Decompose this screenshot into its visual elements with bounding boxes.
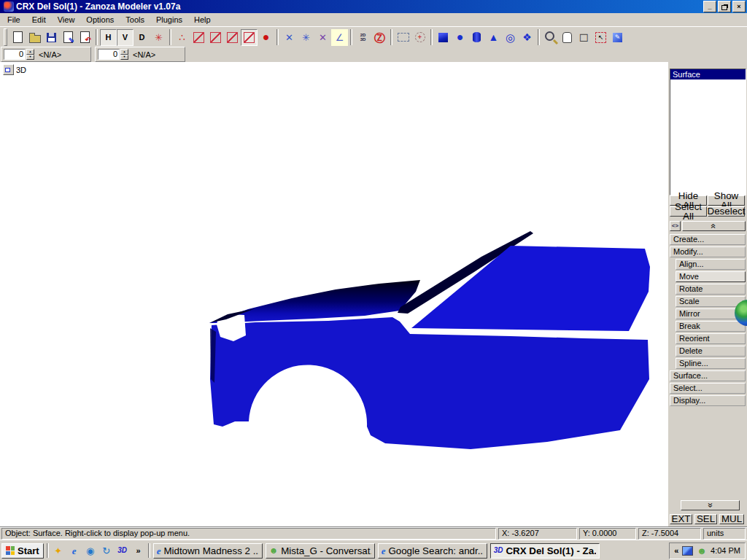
spin-up-button-2[interactable]: ▲ <box>120 49 128 55</box>
task-google-search[interactable]: e Google Search: andr... <box>378 543 487 559</box>
spin-up-button-1[interactable]: ▲ <box>26 49 34 55</box>
selection-label-2[interactable]: <N/A> <box>129 50 182 59</box>
object-select-button[interactable]: ↖ <box>592 29 609 46</box>
rect-select-button[interactable] <box>395 29 411 46</box>
quick-launch-aim-icon[interactable]: ✦ <box>52 544 65 558</box>
close-button[interactable]: × <box>732 1 746 12</box>
export-button[interactable]: ↶ <box>77 29 93 46</box>
menu-help[interactable]: Help <box>188 14 217 26</box>
create-torus-button[interactable]: ◎ <box>502 29 519 46</box>
circle-select-button[interactable]: + <box>411 29 428 46</box>
save-file-button[interactable] <box>43 29 60 46</box>
object-list[interactable]: Surface <box>670 69 746 195</box>
toolbar-grip[interactable] <box>4 28 7 46</box>
spin-down-button-1[interactable]: ▼ <box>26 55 34 61</box>
expand-commands-button[interactable]: « <box>681 500 740 510</box>
quick-launch-globe-icon[interactable]: ◉ <box>84 544 97 558</box>
menu-edit[interactable]: Edit <box>26 14 52 26</box>
tray-chevron-icon[interactable]: « <box>674 546 678 555</box>
menu-plugins[interactable]: Plugins <box>150 14 188 26</box>
object-list-item-surface[interactable]: Surface <box>670 69 746 79</box>
command-modify[interactable]: Modify... <box>670 246 746 257</box>
quick-launch-overflow-chevron[interactable]: » <box>132 544 145 558</box>
car-model[interactable] <box>0 62 667 526</box>
zoom-tool-button[interactable] <box>542 29 559 46</box>
close-icon: × <box>737 4 740 10</box>
command-align[interactable]: Align... <box>676 259 746 270</box>
task-midtown-madness[interactable]: e Midtown Madness 2 ... <box>153 543 263 559</box>
perspective-view-button[interactable]: ◻ <box>576 29 592 46</box>
menu-tools[interactable]: Tools <box>120 14 150 26</box>
command-scale[interactable]: Scale <box>676 296 746 307</box>
quick-launch-zmodeler-icon[interactable]: 3D <box>116 544 129 558</box>
vertex-cross-tool-button[interactable]: ✕ <box>281 29 298 46</box>
horizontal-view-toggle[interactable]: H <box>100 29 117 46</box>
command-spline[interactable]: Spline... <box>676 358 746 369</box>
new-file-button[interactable] <box>9 29 26 46</box>
command-rotate[interactable]: Rotate <box>676 284 746 295</box>
restore-button[interactable] <box>718 1 731 12</box>
menu-options[interactable]: Options <box>80 14 120 26</box>
zmodeler-disable-button[interactable]: Ⓩ <box>371 29 388 46</box>
vertex-star-tool-button[interactable]: ✳ <box>298 29 314 46</box>
command-reorient[interactable]: Reorient <box>676 333 746 344</box>
wireframe-view-1-button[interactable] <box>190 29 207 46</box>
menu-file[interactable]: File <box>1 14 26 26</box>
mul-mode-button[interactable]: MUL <box>719 514 744 524</box>
create-cone-button[interactable]: ▲ <box>485 29 502 46</box>
selection-label-1[interactable]: <N/A> <box>35 50 88 59</box>
quick-launch-refresh-icon[interactable]: ↻ <box>100 544 113 558</box>
wireframe-view-2-button[interactable] <box>207 29 224 46</box>
collapse-commands-button[interactable]: « <box>682 221 746 231</box>
level-value-2[interactable]: 0 <box>98 49 120 60</box>
app-icon[interactable] <box>4 1 14 12</box>
toolbar-separator <box>96 29 98 45</box>
command-delete[interactable]: Delete <box>676 346 746 357</box>
minimize-button[interactable]: _ <box>703 1 716 12</box>
ext-mode-button[interactable]: EXT <box>670 514 692 524</box>
task-crx-del-sol-active[interactable]: 3D CRX Del Sol(1) - Za... <box>490 543 600 559</box>
axis-grid-tool-button[interactable]: ∠ <box>331 29 348 46</box>
mode-2d3d-button[interactable]: 2D 3D <box>355 29 371 46</box>
depth-view-toggle[interactable]: D <box>133 29 150 46</box>
create-sphere-button[interactable]: ● <box>452 29 468 46</box>
wireframe-view-4-button[interactable] <box>241 29 258 46</box>
command-break[interactable]: Break <box>676 321 746 332</box>
command-select[interactable]: Select... <box>670 383 746 394</box>
spin-down-button-2[interactable]: ▼ <box>120 55 128 61</box>
create-cylinder-button[interactable] <box>468 29 485 46</box>
viewport-mode-icon[interactable] <box>3 64 14 75</box>
show-all-button[interactable]: Show All <box>708 195 745 206</box>
command-create[interactable]: Create... <box>670 234 746 245</box>
deselect-button[interactable]: Deselect <box>708 206 745 217</box>
task-mista-g-conversation[interactable]: ☻ Mista_G - Conversat... <box>266 543 375 559</box>
shaded-render-button[interactable]: ● <box>258 29 274 46</box>
create-cube-button[interactable] <box>435 29 452 46</box>
vertical-view-toggle[interactable]: V <box>117 29 133 46</box>
level-value-1[interactable]: 0 <box>4 49 26 60</box>
display-settings-icon[interactable] <box>682 546 693 556</box>
select-all-button[interactable]: Select All <box>670 206 707 217</box>
pan-tool-button[interactable] <box>559 29 576 46</box>
open-file-button[interactable] <box>26 29 43 46</box>
material-editor-button[interactable]: ✎ <box>609 29 626 46</box>
command-move[interactable]: Move <box>676 271 746 282</box>
sel-mode-button[interactable]: SEL <box>694 514 717 524</box>
axis-mode-button[interactable]: ✳ <box>150 29 167 46</box>
panel-mode-button[interactable]: <> <box>670 221 681 231</box>
messenger-tray-icon[interactable]: ☻ <box>697 546 707 556</box>
vertex-lasso-tool-button[interactable]: ✕ <box>314 29 331 46</box>
car-body-side[interactable] <box>210 317 649 449</box>
create-geosphere-button[interactable]: ❖ <box>519 29 535 46</box>
clock[interactable]: 4:04 PM <box>711 546 740 555</box>
start-button[interactable]: Start <box>1 543 44 559</box>
command-surface[interactable]: Surface... <box>670 370 746 381</box>
wireframe-view-3-button[interactable] <box>224 29 241 46</box>
command-display[interactable]: Display... <box>670 395 746 406</box>
quick-launch-ie-icon[interactable]: e <box>68 544 81 558</box>
import-icon: ⇘ <box>63 31 73 43</box>
import-button[interactable]: ⇘ <box>60 29 77 46</box>
viewport-3d[interactable]: 3D <box>0 62 667 526</box>
vertices-mode-button[interactable]: ∴ <box>174 29 190 46</box>
menu-view[interactable]: View <box>52 14 81 26</box>
